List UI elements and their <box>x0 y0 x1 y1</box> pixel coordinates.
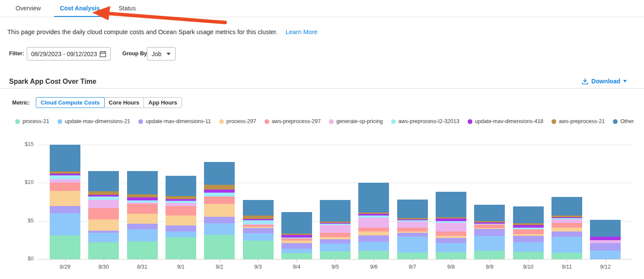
bar-segment-update-mav-dimensions-11[interactable] <box>127 224 158 229</box>
bar-segment-other[interactable] <box>474 205 505 221</box>
bar-segment-other[interactable] <box>552 197 582 216</box>
bar-segment-update-mav-dimensions-11[interactable] <box>204 217 235 223</box>
bar-segment-process-297[interactable] <box>88 219 119 231</box>
bar-segment-update-mav-dimensions-21[interactable] <box>436 243 466 252</box>
bar-segment-aws-preprocess-21[interactable] <box>88 191 119 195</box>
bar-segment-other[interactable] <box>50 145 80 172</box>
bar-segment-update-mav-dimensions-21[interactable] <box>358 242 389 251</box>
bar-segment-process-297[interactable] <box>166 216 196 225</box>
bar-segment-process-21[interactable] <box>88 242 119 259</box>
bar-9-4[interactable] <box>281 212 312 259</box>
bar-segment-process-21[interactable] <box>243 241 274 259</box>
bar-segment-aws-preprocess-297[interactable] <box>127 204 158 214</box>
bar-segment-update-mav-dimensions-11[interactable] <box>166 225 196 231</box>
bar-segment-update-mav-dimensions-21[interactable] <box>281 249 312 253</box>
metric-button-cloud-compute-costs[interactable]: Cloud Compute Costs <box>36 97 105 108</box>
bar-segment-process-21[interactable] <box>552 253 582 259</box>
bar-segment-process-21[interactable] <box>166 237 196 259</box>
bar-segment-process-21[interactable] <box>127 241 158 259</box>
bar-segment-update-mav-dimensions-11[interactable] <box>474 229 505 236</box>
bar-segment-other[interactable] <box>513 206 544 223</box>
bar-segment-other[interactable] <box>281 212 312 234</box>
bar-segment-aws-preprocess-21[interactable] <box>127 194 158 197</box>
bar-segment-update-mav-dimensions-21[interactable] <box>320 244 351 252</box>
bar-segment-update-mav-dimensions-21[interactable] <box>474 236 505 251</box>
bar-segment-aws-preprocess-21[interactable] <box>166 196 196 199</box>
bar-segment-aws-preprocess-l2-32013[interactable] <box>243 220 274 224</box>
bar-segment-process-297[interactable] <box>127 214 158 224</box>
bar-segment-other[interactable] <box>590 220 621 237</box>
bar-segment-process-297[interactable] <box>204 204 235 217</box>
bar-segment-generate-sp-pricing[interactable] <box>590 240 621 243</box>
bar-segment-aws-preprocess-21[interactable] <box>204 185 235 190</box>
bar-9-1[interactable] <box>166 176 196 259</box>
bar-segment-aws-preprocess-297[interactable] <box>552 223 582 228</box>
bar-segment-generate-sp-pricing[interactable] <box>50 179 80 183</box>
bar-segment-generate-sp-pricing[interactable] <box>358 218 389 228</box>
bar-segment-other[interactable] <box>127 171 158 194</box>
bar-segment-process-21[interactable] <box>281 253 312 259</box>
bar-segment-update-mav-dimensions-21[interactable] <box>590 250 621 259</box>
bar-segment-other[interactable] <box>436 192 466 217</box>
bar-9-5[interactable] <box>320 200 351 259</box>
bar-segment-update-mav-dimensions-11[interactable] <box>513 236 544 242</box>
bar-segment-update-mav-dimensions-21[interactable] <box>513 242 544 252</box>
bar-9-9[interactable] <box>474 205 505 259</box>
bar-segment-generate-sp-pricing[interactable] <box>552 219 582 223</box>
bar-segment-update-mav-dimensions-21[interactable] <box>166 231 196 237</box>
bar-segment-update-mav-dimensions-11[interactable] <box>436 238 466 243</box>
bar-segment-aws-preprocess-l2-32013[interactable] <box>88 197 119 200</box>
bar-segment-process-297[interactable] <box>281 241 312 244</box>
bar-segment-process-21[interactable] <box>320 251 351 259</box>
bar-segment-process-21[interactable] <box>513 252 544 259</box>
bar-8-29[interactable] <box>50 145 80 259</box>
bar-segment-update-mav-dimensions-21[interactable] <box>397 237 428 253</box>
bar-segment-generate-sp-pricing[interactable] <box>88 200 119 208</box>
bar-segment-other[interactable] <box>320 200 351 222</box>
bar-9-7[interactable] <box>397 200 428 259</box>
bar-segment-update-mav-dimensions-11[interactable] <box>358 235 389 242</box>
bar-segment-aws-preprocess-297[interactable] <box>88 208 119 219</box>
bar-segment-generate-sp-pricing[interactable] <box>320 225 351 233</box>
bar-9-12[interactable] <box>590 220 621 259</box>
bar-segment-update-mav-dimensions-11[interactable] <box>50 206 80 213</box>
bar-segment-update-mav-dimensions-21[interactable] <box>243 233 274 241</box>
bar-9-11[interactable] <box>552 197 582 259</box>
bar-segment-update-mav-dimensions-11[interactable] <box>281 243 312 248</box>
bar-segment-aws-preprocess-297[interactable] <box>397 228 428 231</box>
bar-segment-update-mav-dimensions-418[interactable] <box>127 197 158 200</box>
bar-8-30[interactable] <box>88 171 119 259</box>
bar-segment-process-21[interactable] <box>358 251 389 259</box>
bar-segment-update-mav-dimensions-21[interactable] <box>88 233 119 242</box>
bar-segment-update-mav-dimensions-21[interactable] <box>127 229 158 241</box>
bar-segment-process-21[interactable] <box>397 253 428 259</box>
bar-segment-process-297[interactable] <box>358 231 389 235</box>
bar-9-8[interactable] <box>436 192 466 259</box>
bar-segment-process-21[interactable] <box>50 235 80 259</box>
bar-segment-aws-preprocess-297[interactable] <box>436 231 466 236</box>
bar-segment-process-21[interactable] <box>204 235 235 259</box>
bar-segment-update-mav-dimensions-11[interactable] <box>590 243 621 250</box>
bar-9-6[interactable] <box>358 183 389 259</box>
bar-segment-process-21[interactable] <box>436 252 466 259</box>
bar-segment-aws-preprocess-297[interactable] <box>513 229 544 234</box>
bar-segment-process-297[interactable] <box>50 191 80 206</box>
bar-9-10[interactable] <box>513 206 544 259</box>
bar-segment-aws-preprocess-297[interactable] <box>320 233 351 237</box>
bar-segment-update-mav-dimensions-21[interactable] <box>552 237 582 253</box>
bar-segment-generate-sp-pricing[interactable] <box>397 222 428 228</box>
bar-segment-other[interactable] <box>358 183 389 212</box>
bar-segment-aws-preprocess-297[interactable] <box>474 225 505 228</box>
bar-8-31[interactable] <box>127 171 158 259</box>
bar-segment-other[interactable] <box>397 200 428 219</box>
bar-segment-aws-preprocess-297[interactable] <box>358 228 389 231</box>
bar-segment-update-mav-dimensions-21[interactable] <box>50 213 80 235</box>
bar-segment-aws-preprocess-297[interactable] <box>204 197 235 204</box>
bar-segment-update-mav-dimensions-21[interactable] <box>204 223 235 235</box>
bar-segment-other[interactable] <box>243 200 274 216</box>
bar-segment-update-mav-dimensions-418[interactable] <box>204 190 235 193</box>
bar-segment-aws-preprocess-297[interactable] <box>166 206 196 216</box>
bar-segment-aws-preprocess-l2-32013[interactable] <box>50 175 80 179</box>
bar-segment-update-mav-dimensions-11[interactable] <box>397 233 428 236</box>
bar-segment-update-mav-dimensions-11[interactable] <box>552 231 582 237</box>
